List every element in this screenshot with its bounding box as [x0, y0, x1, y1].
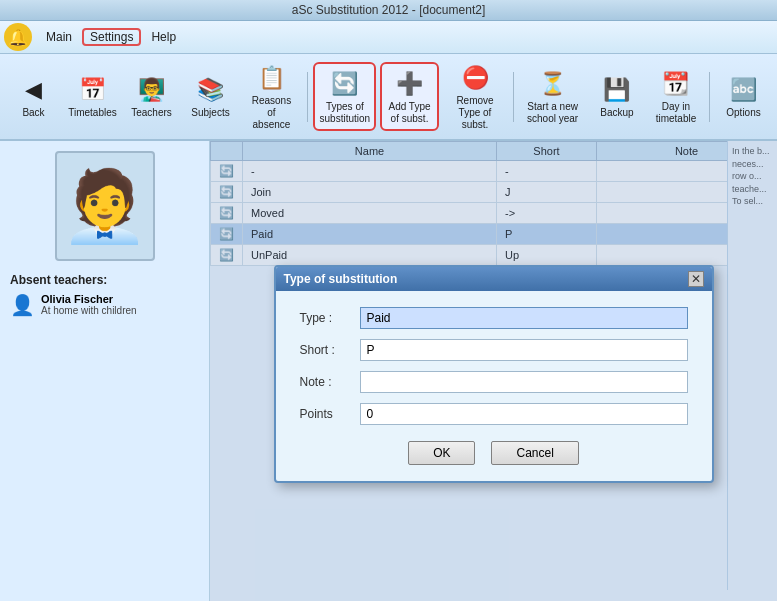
- timetables-button[interactable]: 📅 Timetables: [65, 70, 120, 123]
- short-input[interactable]: [360, 339, 688, 361]
- reasons-icon: 📋: [255, 62, 287, 94]
- back-label: Back: [22, 107, 44, 119]
- back-button[interactable]: ◀ Back: [6, 70, 61, 123]
- removetype-icon: ⛔: [459, 62, 491, 94]
- backup-icon: 💾: [601, 74, 633, 106]
- teachers-icon: 👨‍🏫: [136, 74, 168, 106]
- absent-section: Absent teachers: 👤 Olivia Fischer At hom…: [10, 273, 199, 317]
- subjects-icon: 📚: [195, 74, 227, 106]
- dayintimetable-label: Day in timetable: [654, 101, 697, 125]
- subjects-label: Subjects: [191, 107, 229, 119]
- timetables-icon: 📅: [77, 74, 109, 106]
- points-input[interactable]: [360, 403, 688, 425]
- note-row: Note :: [300, 371, 688, 393]
- dialog-title: Type of substitution: [284, 272, 398, 286]
- options-label: Options: [726, 107, 760, 119]
- timetables-label: Timetables: [68, 107, 117, 119]
- addtype-label: Add Type of subst.: [388, 101, 431, 125]
- teachers-label: Teachers: [131, 107, 172, 119]
- short-label: Short :: [300, 343, 360, 357]
- type-dialog: Type of substitution ✕ Type : Short :: [274, 265, 714, 483]
- cancel-button[interactable]: Cancel: [491, 441, 578, 465]
- short-row: Short :: [300, 339, 688, 361]
- removetype-label: Remove Type of subst.: [449, 95, 501, 131]
- options-icon: 🔤: [728, 74, 760, 106]
- absent-name: Olivia Fischer: [41, 293, 137, 305]
- absent-info: Olivia Fischer At home with children: [41, 293, 137, 316]
- backup-label: Backup: [600, 107, 633, 119]
- menu-help[interactable]: Help: [143, 28, 184, 46]
- app-logo: 🔔: [4, 23, 32, 51]
- content-inner: Name Short Note 🔄 - - 🔄 Join J 🔄 Moved -…: [210, 141, 777, 601]
- separator-1: [307, 72, 308, 122]
- types-icon: 🔄: [329, 68, 361, 100]
- avatar-figure: 🧑‍💼: [61, 165, 148, 247]
- addtype-button[interactable]: ➕ Add Type of subst.: [380, 62, 439, 131]
- back-icon: ◀: [18, 74, 50, 106]
- separator-3: [709, 72, 710, 122]
- points-label: Points: [300, 407, 360, 421]
- absent-title: Absent teachers:: [10, 273, 199, 287]
- types-label: Types of substitution: [320, 101, 371, 125]
- subjects-button[interactable]: 📚 Subjects: [183, 70, 238, 123]
- startnewyear-label: Start a new school year: [526, 101, 580, 125]
- menu-bar: 🔔 Main Settings Help: [0, 21, 777, 54]
- sidebar: 🧑‍💼 Absent teachers: 👤 Olivia Fischer At…: [0, 141, 210, 601]
- reasons-label: Reasons of absence: [248, 95, 295, 131]
- teachers-button[interactable]: 👨‍🏫 Teachers: [124, 70, 179, 123]
- dayintimetable-button[interactable]: 📆 Day in timetable: [648, 64, 703, 129]
- types-button[interactable]: 🔄 Types of substitution: [313, 62, 376, 131]
- backup-button[interactable]: 💾 Backup: [589, 70, 644, 123]
- dialog-close-button[interactable]: ✕: [688, 271, 704, 287]
- note-label: Note :: [300, 375, 360, 389]
- note-input[interactable]: [360, 371, 688, 393]
- ok-button[interactable]: OK: [408, 441, 475, 465]
- title-text: aSc Substitution 2012 - [document2]: [292, 3, 485, 17]
- dialog-overlay: Type of substitution ✕ Type : Short :: [210, 141, 777, 601]
- dayintimetable-icon: 📆: [660, 68, 692, 100]
- removetype-button[interactable]: ⛔ Remove Type of subst.: [443, 58, 507, 135]
- toolbar: ◀ Back 📅 Timetables 👨‍🏫 Teachers 📚 Subje…: [0, 54, 777, 141]
- type-row: Type :: [300, 307, 688, 329]
- avatar: 🧑‍💼: [55, 151, 155, 261]
- startnewyear-button[interactable]: ⏳ Start a new school year: [520, 64, 586, 129]
- options-button[interactable]: 🔤 Options: [716, 70, 771, 123]
- absent-person: 👤 Olivia Fischer At home with children: [10, 293, 199, 317]
- absent-reason: At home with children: [41, 305, 137, 316]
- reasons-button[interactable]: 📋 Reasons of absence: [242, 58, 301, 135]
- person-icon: 👤: [10, 293, 35, 317]
- dialog-buttons: OK Cancel: [300, 441, 688, 465]
- main-area: 🧑‍💼 Absent teachers: 👤 Olivia Fischer At…: [0, 141, 777, 601]
- menu-main[interactable]: Main: [38, 28, 80, 46]
- dialog-body: Type : Short : Note : Points: [276, 291, 712, 481]
- addtype-icon: ➕: [394, 68, 426, 100]
- points-row: Points: [300, 403, 688, 425]
- type-label: Type :: [300, 311, 360, 325]
- content-panel: Name Short Note 🔄 - - 🔄 Join J 🔄 Moved -…: [210, 141, 777, 601]
- dialog-titlebar: Type of substitution ✕: [276, 267, 712, 291]
- menu-settings[interactable]: Settings: [82, 28, 141, 46]
- type-input[interactable]: [360, 307, 688, 329]
- startnewyear-icon: ⏳: [537, 68, 569, 100]
- title-bar: aSc Substitution 2012 - [document2]: [0, 0, 777, 21]
- separator-2: [513, 72, 514, 122]
